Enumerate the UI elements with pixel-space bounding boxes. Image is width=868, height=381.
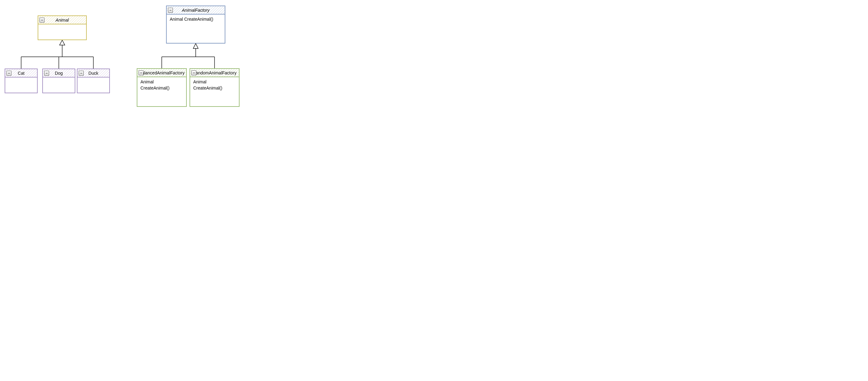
class-header: − BalancedAnimalFactory bbox=[137, 69, 186, 77]
collapse-toggle-icon[interactable]: − bbox=[138, 70, 144, 75]
collapse-toggle-icon[interactable]: − bbox=[6, 71, 11, 76]
class-method: Animal CreateAnimal() bbox=[141, 79, 183, 91]
collapse-toggle-icon[interactable]: − bbox=[39, 18, 44, 23]
class-method: Animal CreateAnimal() bbox=[193, 79, 236, 91]
class-body bbox=[78, 78, 109, 93]
collapse-toggle-icon[interactable]: − bbox=[168, 8, 173, 13]
collapse-toggle-icon[interactable]: − bbox=[191, 70, 196, 75]
class-dog[interactable]: − Dog bbox=[42, 68, 75, 93]
class-title: RandomAnimalFactory bbox=[193, 70, 237, 75]
animal-generalization-tree bbox=[21, 40, 94, 68]
class-title: Dog bbox=[55, 71, 63, 76]
class-title: BalancedAnimalFactory bbox=[139, 70, 185, 75]
class-balancedanimalfactory[interactable]: − BalancedAnimalFactory Animal CreateAni… bbox=[137, 68, 187, 107]
class-body: Animal CreateAnimal() bbox=[137, 77, 186, 106]
class-body bbox=[38, 24, 86, 39]
animalfactory-generalization-tree bbox=[162, 43, 215, 68]
class-animalfactory[interactable]: − AnimalFactory Animal CreateAnimal() bbox=[166, 5, 225, 43]
class-body bbox=[43, 78, 75, 93]
class-header: − Animal bbox=[38, 16, 86, 24]
class-header: − AnimalFactory bbox=[167, 6, 225, 14]
class-title: Animal bbox=[56, 18, 69, 23]
class-body bbox=[5, 78, 37, 93]
class-randomanimalfactory[interactable]: − RandomAnimalFactory Animal CreateAnima… bbox=[189, 68, 240, 107]
collapse-toggle-icon[interactable]: − bbox=[44, 71, 49, 76]
generalization-arrowhead-icon bbox=[193, 43, 198, 49]
diagram-canvas: − Animal − Cat − Dog − Duck bbox=[0, 0, 434, 190]
collapse-toggle-icon[interactable]: − bbox=[79, 71, 84, 76]
class-header: − Dog bbox=[43, 69, 75, 78]
class-title: Duck bbox=[89, 71, 98, 76]
class-animal[interactable]: − Animal bbox=[38, 16, 87, 40]
class-title: AnimalFactory bbox=[182, 8, 209, 13]
class-body: Animal CreateAnimal() bbox=[167, 14, 225, 43]
class-method: Animal CreateAnimal() bbox=[170, 17, 222, 23]
class-body: Animal CreateAnimal() bbox=[190, 77, 239, 106]
class-header: − Cat bbox=[5, 69, 37, 78]
class-header: − RandomAnimalFactory bbox=[190, 69, 239, 77]
class-title: Cat bbox=[18, 71, 25, 76]
generalization-arrowhead-icon bbox=[60, 40, 65, 45]
class-duck[interactable]: − Duck bbox=[77, 68, 110, 93]
class-cat[interactable]: − Cat bbox=[5, 68, 38, 93]
class-header: − Duck bbox=[78, 69, 109, 78]
